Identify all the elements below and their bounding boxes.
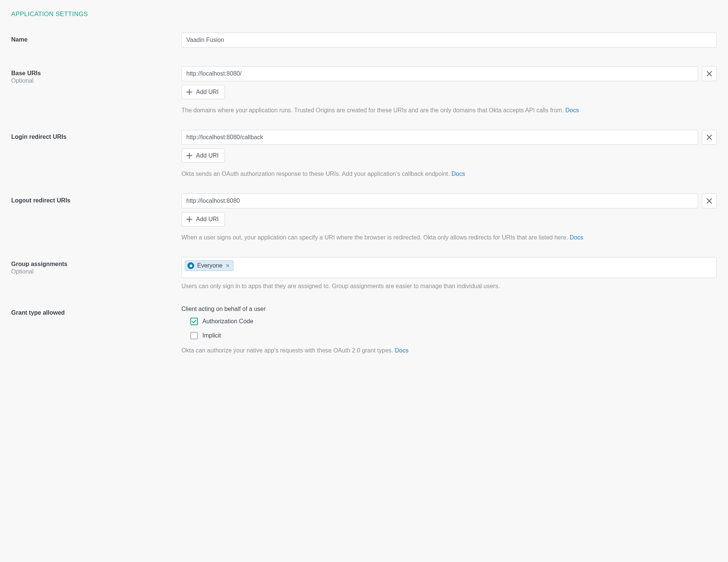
remove-base-uri-button[interactable]	[702, 66, 717, 81]
close-icon	[707, 135, 712, 140]
logout-redirect-docs-link[interactable]: Docs	[570, 234, 583, 241]
plus-icon	[186, 89, 192, 95]
label-name: Name	[11, 36, 170, 43]
plus-icon	[186, 153, 192, 159]
label-login-redirect: Login redirect URIs	[11, 134, 170, 140]
group-assignments-input[interactable]: Everyone ✕	[181, 257, 717, 278]
add-logout-redirect-button[interactable]: Add URI	[181, 212, 225, 226]
label-grant-type: Grant type allowed	[11, 309, 170, 316]
group-icon	[187, 262, 194, 269]
base-uris-docs-link[interactable]: Docs	[565, 107, 579, 113]
checkbox-authorization-code[interactable]	[190, 318, 198, 325]
login-redirect-docs-link[interactable]: Docs	[452, 171, 465, 177]
label-logout-redirect: Logout redirect URIs	[11, 197, 170, 204]
group-chip-label: Everyone	[197, 262, 223, 269]
label-base-uris-optional: Optional	[11, 77, 170, 84]
grant-type-docs-link[interactable]: Docs	[395, 347, 409, 354]
row-login-redirect: Login redirect URIs Add URI Okta sends a…	[11, 130, 717, 178]
row-logout-redirect: Logout redirect URIs Add URI When a user…	[11, 193, 717, 242]
base-uris-help: The domains where your application runs.…	[181, 106, 717, 115]
logout-redirect-input[interactable]	[181, 193, 698, 208]
logout-redirect-help: When a user signs out, your application …	[181, 233, 717, 242]
add-login-redirect-button[interactable]: Add URI	[181, 149, 225, 163]
label-base-uris: Base URIs	[11, 70, 170, 77]
checkbox-label-implicit: Implicit	[202, 332, 221, 339]
group-assignments-help: Users can only sign in to apps that they…	[181, 282, 717, 291]
close-icon	[707, 71, 712, 76]
close-icon	[707, 198, 712, 204]
plus-icon	[186, 216, 192, 222]
name-input[interactable]	[181, 33, 717, 48]
grant-type-subhead: Client acting on behalf of a user	[181, 306, 717, 312]
row-base-uris: Base URIs Optional Add URI The domains w…	[11, 66, 717, 115]
login-redirect-help: Okta sends an OAuth authorization respon…	[181, 169, 717, 178]
row-grant-type: Grant type allowed Client acting on beha…	[11, 306, 717, 355]
checkbox-implicit[interactable]	[190, 332, 198, 339]
add-base-uri-button[interactable]: Add URI	[181, 85, 225, 99]
remove-logout-redirect-button[interactable]	[702, 193, 717, 208]
grant-type-help: Okta can authorize your native app's req…	[181, 346, 717, 355]
add-uri-label: Add URI	[196, 152, 218, 159]
base-uri-input[interactable]	[181, 66, 698, 81]
section-title: APPLICATION SETTINGS	[11, 10, 717, 18]
remove-login-redirect-button[interactable]	[702, 130, 717, 145]
login-redirect-input[interactable]	[181, 130, 698, 145]
add-uri-label: Add URI	[196, 89, 218, 95]
label-group-assignments: Group assignments	[11, 261, 170, 268]
add-uri-label: Add URI	[196, 216, 218, 223]
remove-group-chip-button[interactable]: ✕	[226, 263, 230, 268]
label-group-assignments-optional: Optional	[11, 268, 170, 275]
check-icon	[192, 319, 197, 324]
checkbox-label-authorization-code: Authorization Code	[202, 318, 253, 325]
row-name: Name	[11, 33, 717, 51]
row-group-assignments: Group assignments Optional Everyone ✕ Us…	[11, 257, 717, 291]
group-chip-everyone: Everyone ✕	[185, 260, 233, 271]
